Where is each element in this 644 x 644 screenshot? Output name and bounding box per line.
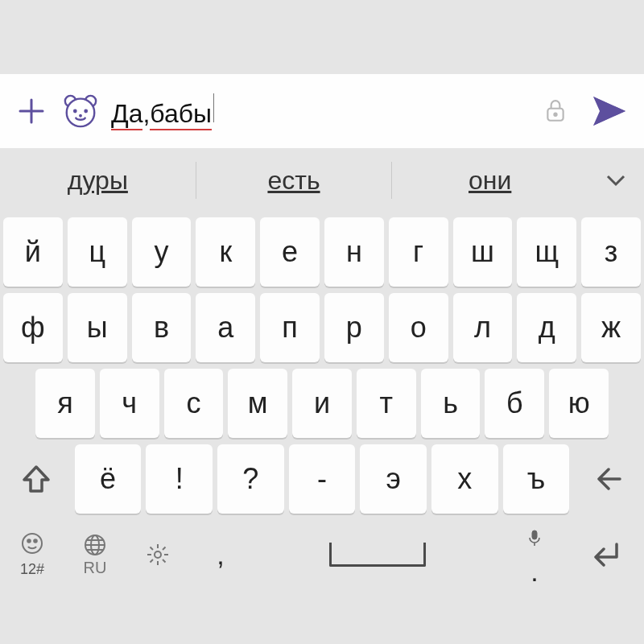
period-label: . — [530, 556, 538, 588]
svg-point-8 — [23, 534, 42, 553]
language-key[interactable]: RU — [66, 520, 124, 589]
key-row-4: ё ! ? - э х ъ — [3, 444, 641, 514]
period-key[interactable]: . — [506, 520, 564, 589]
key-letter[interactable]: е — [260, 217, 320, 287]
key-letter[interactable]: о — [389, 293, 448, 362]
key-letter[interactable]: т — [357, 369, 416, 438]
message-input[interactable]: Да, бабы — [111, 92, 528, 130]
chevron-down-icon — [603, 167, 629, 193]
key-letter[interactable]: ъ — [503, 444, 570, 514]
key-letter[interactable]: я — [35, 369, 95, 438]
key-letter[interactable]: а — [196, 293, 255, 362]
key-letter[interactable]: ! — [146, 444, 213, 514]
shift-icon — [19, 462, 53, 496]
svg-point-5 — [79, 114, 82, 118]
text-caret — [213, 93, 214, 122]
key-letter[interactable]: н — [324, 217, 384, 287]
keyboard: й ц у к е н г ш щ з ф ы в а п р о л д ж … — [0, 213, 644, 644]
key-letter[interactable]: с — [164, 369, 224, 438]
key-letter[interactable]: г — [389, 217, 448, 287]
key-letter[interactable]: ч — [100, 369, 159, 438]
suggestion-bar: дуры есть они — [0, 148, 644, 213]
plus-icon — [15, 95, 47, 127]
key-letter[interactable]: - — [289, 444, 356, 514]
svg-point-7 — [554, 114, 556, 116]
key-letter[interactable]: р — [324, 293, 384, 362]
key-row-5: 12# RU , . — [3, 520, 641, 589]
key-letter[interactable]: щ — [517, 217, 576, 287]
key-letter[interactable]: з — [581, 217, 641, 287]
key-letter[interactable]: б — [485, 369, 544, 438]
suggestion-3[interactable]: они — [392, 148, 588, 213]
key-letter[interactable]: ? — [217, 444, 284, 514]
key-letter[interactable]: х — [431, 444, 498, 514]
message-composer: Да, бабы — [0, 74, 644, 148]
backspace-key[interactable] — [574, 444, 641, 514]
key-row-3: я ч с м и т ь б ю — [3, 369, 641, 438]
svg-rect-14 — [532, 530, 537, 539]
key-letter[interactable]: и — [292, 369, 352, 438]
key-letter[interactable]: д — [517, 293, 576, 362]
key-letter[interactable]: ш — [453, 217, 513, 287]
key-letter[interactable]: ю — [549, 369, 609, 438]
svg-point-2 — [67, 99, 95, 127]
svg-point-3 — [73, 109, 77, 114]
status-bar — [0, 0, 644, 74]
enter-icon — [584, 535, 625, 575]
message-text: Да, бабы — [111, 93, 214, 129]
comma-key[interactable]: , — [192, 520, 250, 589]
key-letter[interactable]: ё — [75, 444, 142, 514]
svg-point-9 — [27, 539, 31, 543]
shift-key[interactable] — [3, 444, 70, 514]
key-letter[interactable]: й — [3, 217, 63, 287]
key-letter[interactable]: л — [453, 293, 513, 362]
emoji-icon — [20, 531, 44, 555]
symbols-key[interactable]: 12# — [3, 520, 61, 589]
send-icon — [590, 92, 629, 130]
globe-icon — [83, 533, 107, 557]
svg-point-13 — [155, 551, 161, 558]
svg-point-4 — [84, 109, 88, 114]
settings-key[interactable] — [129, 520, 187, 589]
key-letter[interactable]: ж — [581, 293, 641, 362]
sticker-button[interactable] — [61, 92, 100, 130]
suggestion-1[interactable]: дуры — [0, 148, 196, 213]
key-letter[interactable]: э — [360, 444, 427, 514]
key-row-2: ф ы в а п р о л д ж — [3, 293, 641, 362]
key-letter[interactable]: у — [132, 217, 192, 287]
bear-icon — [62, 93, 99, 130]
space-icon — [329, 543, 426, 567]
attach-button[interactable] — [13, 93, 50, 130]
key-row-1: й ц у к е н г ш щ з — [3, 217, 641, 287]
mic-icon — [526, 529, 543, 547]
input-word-1: Да — [111, 99, 142, 129]
lock-icon — [545, 99, 566, 123]
language-label: RU — [84, 559, 107, 577]
lock-icon-button[interactable] — [539, 95, 572, 127]
space-key[interactable] — [254, 520, 501, 589]
symbols-label: 12# — [20, 561, 44, 578]
key-letter[interactable]: ь — [421, 369, 481, 438]
gear-icon — [146, 543, 170, 567]
key-letter[interactable]: ы — [68, 293, 127, 362]
key-letter[interactable]: в — [132, 293, 192, 362]
svg-point-10 — [34, 539, 37, 543]
backspace-icon — [591, 462, 625, 496]
key-letter[interactable]: п — [260, 293, 320, 362]
suggestion-2[interactable]: есть — [196, 148, 392, 213]
key-letter[interactable]: ц — [68, 217, 127, 287]
key-letter[interactable]: ф — [3, 293, 63, 362]
key-letter[interactable]: к — [196, 217, 255, 287]
collapse-suggestions-button[interactable] — [588, 167, 644, 193]
key-letter[interactable]: м — [228, 369, 287, 438]
enter-key[interactable] — [568, 520, 641, 589]
send-button[interactable] — [588, 89, 631, 133]
input-word-2: бабы — [150, 99, 212, 129]
